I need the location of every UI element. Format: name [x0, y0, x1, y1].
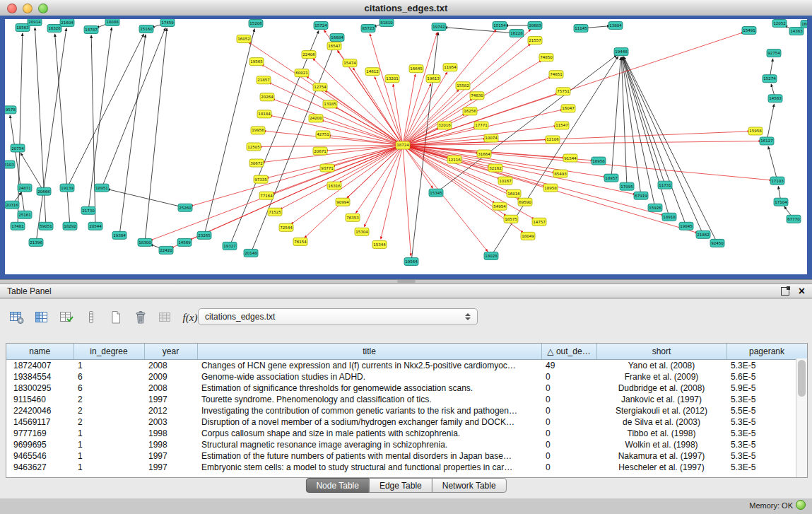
network-node[interactable]: 18028: [484, 252, 498, 259]
network-node[interactable]: 25160: [139, 25, 153, 33]
network-node[interactable]: 15926: [648, 204, 662, 211]
network-node[interactable]: 18957: [604, 174, 618, 182]
network-node[interactable]: 13201: [385, 75, 399, 83]
network-node[interactable]: 74851: [549, 71, 563, 78]
table-scrollbar[interactable]: [796, 358, 807, 477]
network-node[interactable]: 81810: [379, 19, 394, 27]
network-node[interactable]: 11731: [658, 181, 672, 189]
network-node[interactable]: 18088: [105, 19, 119, 26]
network-node[interactable]: 16016: [507, 189, 521, 197]
network-edge[interactable]: [191, 145, 403, 206]
network-edge[interactable]: [767, 104, 774, 141]
network-node[interactable]: 11954: [443, 64, 457, 71]
network-edge[interactable]: [403, 145, 411, 255]
network-edge[interactable]: [768, 146, 777, 180]
network-node[interactable]: 15345: [429, 189, 443, 197]
network-node[interactable]: 25260: [178, 204, 192, 211]
network-node[interactable]: 20683: [528, 22, 542, 30]
network-node[interactable]: 15274: [763, 75, 777, 83]
network-node[interactable]: 74850: [539, 54, 553, 62]
network-edge[interactable]: [18, 33, 23, 226]
network-node[interactable]: 20316: [5, 201, 19, 209]
network-node[interactable]: 16256: [463, 107, 477, 115]
network-node[interactable]: 85723: [361, 25, 375, 33]
network-node[interactable]: 19448: [614, 48, 628, 56]
network-node[interactable]: 14757: [532, 218, 546, 226]
network-node[interactable]: 31664: [477, 150, 491, 158]
column-header-2[interactable]: year: [144, 344, 197, 360]
network-edge[interactable]: [107, 189, 185, 208]
network-edge[interactable]: [270, 115, 403, 145]
network-node[interactable]: 21557: [528, 37, 542, 45]
network-node[interactable]: 16547: [327, 42, 341, 50]
network-node[interactable]: 76154: [293, 238, 307, 245]
network-node[interactable]: 30672: [249, 159, 264, 167]
network-node[interactable]: 12106: [546, 136, 560, 144]
network-node[interactable]: 19845: [679, 222, 693, 230]
network-node-hub[interactable]: 18724: [396, 141, 410, 149]
close-panel-icon[interactable]: ×: [799, 286, 805, 297]
network-node[interactable]: 74830: [470, 92, 484, 100]
network-edge[interactable]: [150, 145, 403, 240]
table-row[interactable]: 2242004622012Investigating the contribut…: [6, 405, 807, 416]
network-edge[interactable]: [145, 28, 167, 243]
network-node[interactable]: 16316: [327, 182, 341, 189]
split-pane-handle[interactable]: [397, 280, 416, 283]
network-node[interactable]: 90994: [336, 198, 350, 206]
network-node[interactable]: 59051: [39, 222, 53, 230]
network-node[interactable]: 16228: [510, 30, 524, 37]
network-node[interactable]: 19384: [112, 231, 126, 239]
network-node[interactable]: 93771: [320, 164, 334, 172]
network-edge[interactable]: [403, 145, 488, 251]
network-node[interactable]: 16052: [237, 35, 251, 43]
window-titlebar[interactable]: citations_edges.txt: [0, 0, 812, 16]
network-edge[interactable]: [55, 34, 70, 226]
network-node[interactable]: 15154: [493, 22, 507, 30]
network-node[interactable]: 21730: [81, 206, 95, 214]
tab-network-table[interactable]: Network Table: [432, 478, 507, 493]
column-header-5[interactable]: short: [596, 344, 726, 360]
network-node[interactable]: 18292: [63, 222, 77, 230]
table-scrollbar-thumb[interactable]: [798, 360, 806, 397]
column-header-3[interactable]: title: [197, 344, 541, 360]
network-node[interactable]: 14563: [768, 95, 782, 103]
network-node[interactable]: 16022: [801, 21, 807, 28]
network-node[interactable]: 13804: [608, 22, 623, 30]
network-edge[interactable]: [621, 57, 627, 187]
network-node[interactable]: 23103: [5, 160, 15, 168]
network-edge[interactable]: [393, 84, 403, 145]
network-node[interactable]: 16326: [47, 25, 61, 33]
table-row[interactable]: 1872400712008Changes of HCN gene express…: [6, 360, 807, 372]
table-row[interactable]: 1938455462009Genome-wide association stu…: [6, 371, 807, 382]
network-node[interactable]: 19956: [251, 127, 265, 134]
network-node[interactable]: 67770: [787, 215, 801, 223]
network-canvas[interactable]: 1856320914163262160414787180882516017459…: [5, 19, 807, 274]
network-edge[interactable]: [325, 90, 403, 146]
network-node[interactable]: 20754: [11, 144, 25, 152]
network-node[interactable]: 20148: [244, 249, 258, 257]
network-node[interactable]: 42751: [316, 131, 330, 139]
network-node[interactable]: 12505: [247, 143, 261, 151]
network-edge[interactable]: [339, 145, 403, 182]
network-node[interactable]: 14569: [177, 238, 192, 246]
network-node[interactable]: 20666: [37, 187, 51, 195]
network-node[interactable]: 85493: [553, 170, 567, 177]
network-node[interactable]: 15582: [456, 82, 470, 90]
network-edge[interactable]: [403, 145, 555, 173]
table-row[interactable]: 911546021997Tourette syndrome. Phenomeno…: [6, 394, 807, 405]
network-node[interactable]: 10167: [498, 177, 512, 185]
network-node[interactable]: 21396: [29, 238, 43, 246]
column-header-6[interactable]: pagerank: [726, 344, 807, 360]
network-table-selector[interactable]: citations_edges.txt: [198, 308, 478, 325]
network-node[interactable]: 23265: [197, 231, 211, 239]
network-node[interactable]: 10074: [484, 134, 498, 142]
network-node[interactable]: 24200: [309, 115, 323, 122]
network-edge[interactable]: [491, 57, 618, 256]
function-builder-button[interactable]: f(x): [180, 308, 200, 327]
network-node[interactable]: 16645: [409, 65, 423, 73]
network-node[interactable]: 92754: [767, 49, 781, 57]
network-edge[interactable]: [436, 55, 617, 193]
table-row[interactable]: 1456911722003Disruption of a novel membe…: [6, 416, 807, 428]
network-edge[interactable]: [91, 35, 95, 226]
network-node[interactable]: 20544: [88, 222, 102, 230]
